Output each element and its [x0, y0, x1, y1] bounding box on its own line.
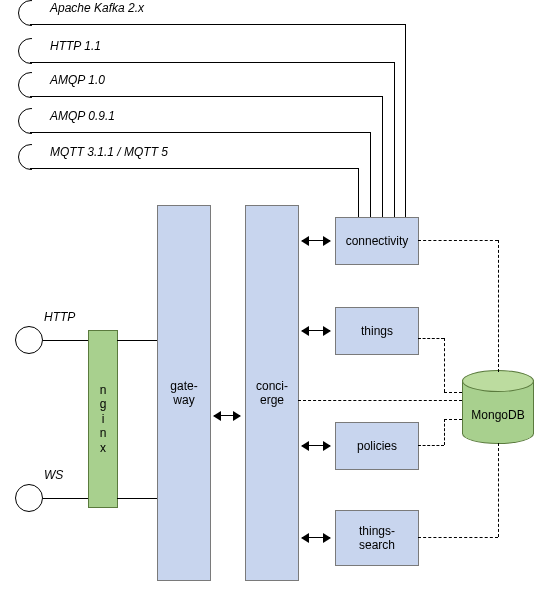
conn-amqp10-h — [30, 96, 382, 97]
conn-http11-h — [30, 62, 394, 63]
connectivity-box: connectivity — [335, 217, 419, 265]
things-box: things — [335, 307, 419, 355]
arc-amqp10 — [18, 72, 44, 98]
d-policies-h — [418, 445, 444, 446]
concierge-box: conci- erge — [245, 205, 299, 581]
nginx-box: n g i n x — [88, 330, 118, 508]
conn-amqp091-h — [30, 132, 370, 133]
conn-http11-v — [394, 62, 395, 217]
circle-ws — [15, 484, 43, 512]
gateway-label: gate- way — [170, 379, 197, 408]
conn-amqp091-v — [370, 132, 371, 217]
conn-amqp10-v — [382, 96, 383, 217]
arc-mqtt — [18, 144, 44, 170]
label-amqp091: AMQP 0.9.1 — [50, 109, 115, 123]
arc-amqp091 — [18, 108, 44, 134]
label-ws-left: WS — [44, 468, 63, 482]
things-search-label: things- search — [359, 524, 395, 553]
mongodb-label: MongoDB — [462, 408, 534, 422]
d-policies-stepv — [444, 419, 445, 445]
policies-label: policies — [357, 439, 397, 453]
d-conn-h — [418, 240, 498, 241]
label-http11: HTTP 1.1 — [50, 39, 101, 53]
arrow-concierge-things — [302, 330, 330, 331]
arc-kafka — [18, 0, 44, 26]
d-things-h — [418, 338, 444, 339]
mongodb-cylinder: MongoDB — [462, 370, 534, 444]
label-mqtt: MQTT 3.1.1 / MQTT 5 — [50, 145, 168, 159]
d-ts-v — [498, 443, 499, 537]
d-things-h2 — [444, 392, 462, 393]
line-nginx-gw-2 — [117, 498, 157, 499]
label-amqp10: AMQP 1.0 — [50, 73, 105, 87]
things-search-box: things- search — [335, 510, 419, 566]
d-conn-v — [498, 240, 499, 372]
things-label: things — [361, 324, 393, 338]
line-ws-circle-nginx — [43, 498, 88, 499]
conn-mqtt-h — [30, 168, 358, 169]
nginx-label: n g i n x — [100, 383, 107, 455]
d-concierge-mongo — [298, 400, 462, 401]
arc-http11 — [18, 38, 44, 64]
line-nginx-gw-1 — [117, 340, 157, 341]
concierge-label: conci- erge — [256, 379, 288, 408]
arrow-concierge-policies — [302, 445, 330, 446]
conn-kafka-v — [405, 24, 406, 217]
arrow-concierge-connectivity — [302, 240, 330, 241]
label-http-left: HTTP — [44, 310, 75, 324]
d-things-stepv — [444, 338, 445, 392]
d-ts-h — [418, 537, 498, 538]
policies-box: policies — [335, 422, 419, 470]
label-kafka: Apache Kafka 2.x — [50, 1, 144, 15]
arrow-gw-concierge — [214, 415, 240, 416]
connectivity-label: connectivity — [346, 234, 409, 248]
circle-http — [15, 326, 43, 354]
gateway-box: gate- way — [157, 205, 211, 581]
conn-kafka-h — [30, 24, 405, 25]
arrow-concierge-things-search — [302, 537, 330, 538]
line-http-circle-nginx — [43, 340, 88, 341]
conn-mqtt-v — [358, 168, 359, 217]
d-policies-h2 — [444, 419, 462, 420]
